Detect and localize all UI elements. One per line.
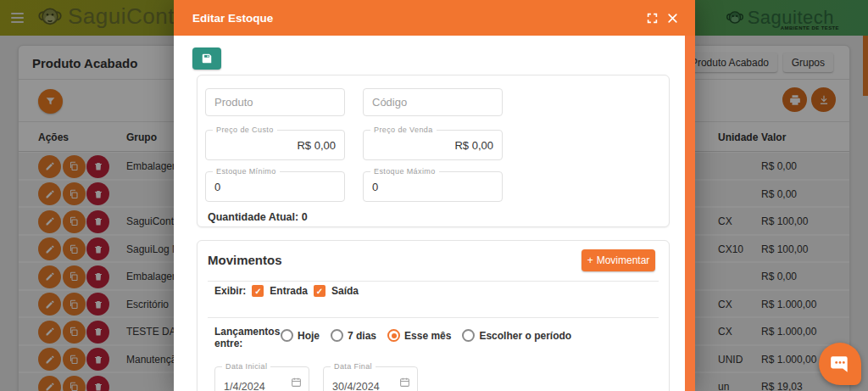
- radio-label: Hoje: [298, 330, 320, 342]
- end-date-field: Data Final: [323, 366, 418, 391]
- stock-form-card: Preço de Custo Preço de Venda Estoque Mí…: [197, 75, 670, 227]
- divider: [208, 281, 659, 282]
- sale-price-label: Preço de Venda: [370, 126, 437, 134]
- entrada-label: Entrada: [270, 285, 308, 297]
- max-stock-field: Estoque Máximo: [363, 171, 503, 202]
- current-quantity-label: Quantidade Atual: 0: [208, 211, 308, 223]
- calendar-icon[interactable]: [399, 377, 410, 388]
- max-stock-label: Estoque Máximo: [370, 167, 439, 176]
- radio-icon: [462, 329, 475, 342]
- period-label: Lançamentos entre:: [214, 326, 284, 349]
- saida-label: Saída: [331, 285, 359, 297]
- plus-icon: +: [587, 254, 593, 266]
- movements-title: Movimentos: [208, 253, 282, 267]
- modal-scrollbar[interactable]: [685, 0, 695, 391]
- min-stock-field: Estoque Mínimo: [205, 171, 345, 202]
- close-button[interactable]: [663, 8, 682, 27]
- floppy-disk-icon: [201, 53, 213, 64]
- period-radio-group: Hoje 7 dias Esse mês Escolher o período: [281, 329, 571, 342]
- expand-button[interactable]: [643, 8, 661, 27]
- radio-label: 7 dias: [348, 330, 376, 342]
- cost-price-field: Preço de Custo: [205, 130, 345, 160]
- radio-label: Escolher o período: [479, 330, 571, 342]
- period-radio[interactable]: Hoje: [281, 329, 320, 342]
- screen: SaguiControl Saguitech AMBIENTE DE TESTE…: [0, 0, 868, 391]
- start-date-label: Data Inicial: [222, 362, 270, 371]
- radio-icon: [387, 329, 400, 342]
- modal-body: Preço de Custo Preço de Venda Estoque Mí…: [174, 36, 685, 391]
- period-radio[interactable]: Esse mês: [387, 329, 451, 342]
- product-input[interactable]: [206, 89, 344, 115]
- edit-stock-modal: Editar Estoque: [174, 0, 695, 391]
- modal-title: Editar Estoque: [192, 12, 273, 25]
- min-stock-input[interactable]: [206, 172, 344, 201]
- end-date-input[interactable]: [324, 367, 392, 391]
- end-date-label: Data Final: [331, 362, 376, 371]
- period-radio[interactable]: 7 dias: [331, 329, 376, 342]
- cost-price-input[interactable]: [206, 131, 344, 159]
- period-radio[interactable]: Escolher o período: [462, 329, 571, 342]
- show-filters-row: Exibir: ✓ Entrada ✓ Saída: [214, 285, 359, 297]
- cost-price-label: Preço de Custo: [213, 126, 277, 134]
- movements-card: Movimentos + Movimentar Exibir: ✓ Entrad…: [197, 240, 670, 391]
- close-icon: [667, 13, 678, 24]
- entrada-checkbox[interactable]: ✓: [252, 285, 264, 297]
- code-field: [363, 88, 503, 116]
- show-label: Exibir:: [214, 285, 246, 297]
- sale-price-input[interactable]: [364, 131, 502, 159]
- product-field: [205, 88, 345, 116]
- modal-header: Editar Estoque: [174, 0, 695, 36]
- divider: [208, 317, 659, 318]
- radio-label: Esse mês: [404, 330, 451, 342]
- save-button[interactable]: [192, 47, 221, 70]
- min-stock-label: Estoque Mínimo: [213, 167, 280, 176]
- saida-checkbox[interactable]: ✓: [314, 285, 326, 297]
- radio-icon: [281, 329, 293, 342]
- chat-bubble-icon: [829, 353, 851, 375]
- max-stock-input[interactable]: [364, 172, 502, 201]
- code-input[interactable]: [364, 89, 502, 115]
- calendar-icon[interactable]: [291, 377, 302, 388]
- radio-icon: [331, 329, 343, 342]
- start-date-field: Data Inicial: [214, 366, 309, 391]
- sale-price-field: Preço de Venda: [363, 130, 503, 160]
- start-date-input[interactable]: [215, 367, 283, 391]
- add-movement-button[interactable]: + Movimentar: [581, 249, 655, 271]
- expand-icon: [647, 13, 658, 24]
- chat-fab-button[interactable]: [819, 343, 861, 385]
